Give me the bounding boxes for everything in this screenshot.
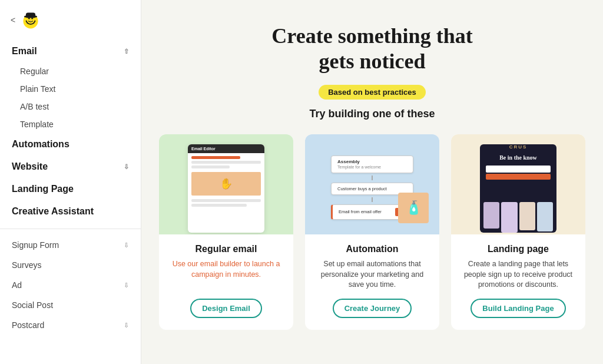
auto-connector-2 xyxy=(372,197,373,202)
chevron-down-icon-2: ⇩ xyxy=(124,241,129,249)
svg-point-5 xyxy=(30,19,31,20)
svg-point-6 xyxy=(24,17,27,21)
sidebar-item-landing-page[interactable]: Landing Page xyxy=(0,178,141,200)
card-body-email: Regular email Use our email builder to l… xyxy=(159,234,293,318)
landing-brand: CRUS xyxy=(480,144,556,150)
card-title-landing: Landing page xyxy=(488,244,549,254)
sidebar-item-surveys[interactable]: Surveys xyxy=(0,255,141,275)
landing-products xyxy=(480,198,556,233)
landing-btn-illus xyxy=(486,174,551,180)
email-illustration: Email Editor ✋ xyxy=(188,144,264,233)
email-illus-line-4 xyxy=(191,204,247,207)
svg-rect-9 xyxy=(24,16,37,18)
card-regular-email: Email Editor ✋ Regular email Use our ema… xyxy=(159,134,293,330)
landing-product-4 xyxy=(537,202,553,231)
try-building-subtitle: Try building one of these xyxy=(309,108,435,120)
email-section: Email ⇧ Regular Plain Text A/B test Temp… xyxy=(0,40,141,133)
sidebar-item-automations[interactable]: Automations xyxy=(0,133,141,155)
sidebar-divider xyxy=(0,229,141,229)
landing-product-1 xyxy=(483,202,499,229)
auto-connector-1 xyxy=(372,176,373,180)
card-title-email: Regular email xyxy=(196,244,257,254)
create-journey-button[interactable]: Create Journey xyxy=(333,299,412,318)
card-body-automation: Automation Set up email automations that… xyxy=(305,234,439,318)
sidebar-sub-item-template[interactable]: Template xyxy=(0,115,141,133)
chevron-down-icon-3: ⇩ xyxy=(124,282,129,289)
email-illus-line-3 xyxy=(191,199,261,202)
sidebar: < Email ⇧ Regular xyxy=(0,0,141,364)
automation-illustration: AssemblyTemplate for a welcome Customer … xyxy=(305,139,439,230)
main-content: Create something thatgets noticed Based … xyxy=(141,0,603,364)
sidebar-item-email[interactable]: Email ⇧ xyxy=(0,40,141,62)
card-desc-landing: Create a landing page that lets people s… xyxy=(460,259,576,290)
sidebar-item-website[interactable]: Website ⇩ xyxy=(0,155,141,178)
email-illus-line-2 xyxy=(191,166,230,168)
landing-product-3 xyxy=(519,202,535,230)
card-automation: AssemblyTemplate for a welcome Customer … xyxy=(305,134,439,330)
chevron-down-icon: ⇩ xyxy=(124,163,129,171)
sidebar-sub-item-ab-test[interactable]: A/B test xyxy=(0,98,141,115)
email-illus-body: ✋ xyxy=(188,153,264,233)
mailchimp-logo xyxy=(20,9,41,31)
auto-box-1: AssemblyTemplate for a welcome xyxy=(331,155,413,173)
sidebar-item-social-post[interactable]: Social Post xyxy=(0,295,141,315)
design-email-button[interactable]: Design Email xyxy=(190,299,262,318)
sidebar-item-postcard[interactable]: Postcard ⇩ xyxy=(0,315,141,335)
email-illus-header: Email Editor xyxy=(188,144,264,153)
sidebar-item-signup-form[interactable]: Signup Form ⇩ xyxy=(0,235,141,255)
card-desc-email: Use our email builder to launch a campai… xyxy=(168,259,284,280)
chevron-up-icon: ⇧ xyxy=(124,48,129,55)
sidebar-sub-item-plain-text[interactable]: Plain Text xyxy=(0,80,141,98)
email-illus-img: ✋ xyxy=(191,172,261,196)
sidebar-item-creative-assistant[interactable]: Creative Assistant xyxy=(0,200,141,223)
card-image-email: Email Editor ✋ xyxy=(159,134,293,234)
landing-input-illus xyxy=(486,166,551,173)
email-illus-line-accent xyxy=(191,156,240,159)
badge-row: Based on best practices xyxy=(319,85,426,100)
cards-row: Email Editor ✋ Regular email Use our ema… xyxy=(159,134,585,330)
card-body-landing: Landing page Create a landing page that … xyxy=(451,234,585,318)
auto-product-img: 🧴 xyxy=(398,193,429,223)
card-landing-page: CRUS Be in the know Landing page Create … xyxy=(451,134,585,330)
back-arrow-icon[interactable]: < xyxy=(11,15,15,25)
landing-headline: Be in the know xyxy=(480,150,556,163)
sidebar-sub-item-regular[interactable]: Regular xyxy=(0,62,141,80)
best-practices-badge: Based on best practices xyxy=(319,85,426,100)
landing-illustration: CRUS Be in the know xyxy=(480,144,556,233)
sidebar-logo-area: < xyxy=(0,0,141,40)
card-image-landing: CRUS Be in the know xyxy=(451,134,585,234)
page-title: Create something thatgets noticed xyxy=(271,24,472,74)
svg-point-7 xyxy=(35,17,38,21)
chevron-down-icon-4: ⇩ xyxy=(124,322,129,329)
email-illus-line-1 xyxy=(191,161,261,164)
card-title-automation: Automation xyxy=(346,244,399,254)
card-desc-automation: Set up email automations that personaliz… xyxy=(314,259,430,290)
card-image-automation: AssemblyTemplate for a welcome Customer … xyxy=(305,134,439,234)
build-landing-page-button[interactable]: Build Landing Page xyxy=(471,299,565,318)
landing-product-2 xyxy=(501,202,517,233)
sidebar-item-ad[interactable]: Ad ⇩ xyxy=(0,275,141,295)
